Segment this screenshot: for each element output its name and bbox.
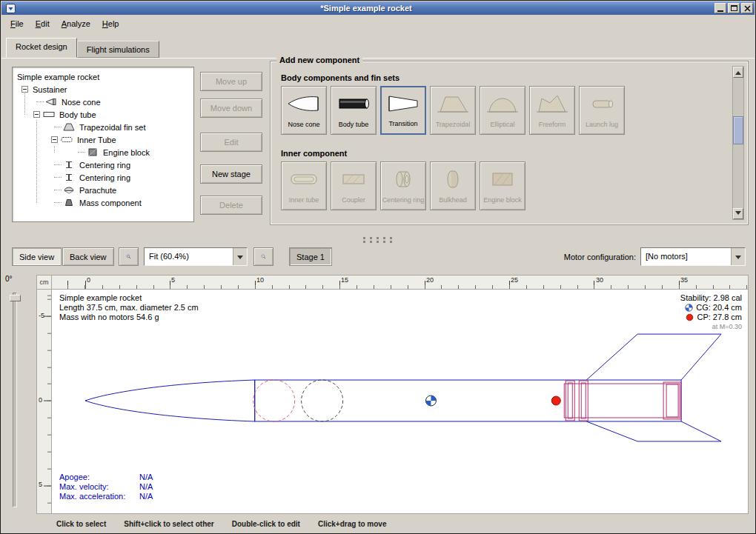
apogee-label: Apogee: <box>59 473 139 482</box>
parachute-outline[interactable] <box>253 380 295 421</box>
zoom-in-button[interactable] <box>119 247 139 266</box>
body-tube-button[interactable]: Body tube <box>331 86 377 135</box>
scroll-down-button[interactable] <box>733 208 743 219</box>
apogee-value: N/A <box>139 473 153 482</box>
component-tree[interactable]: Simple example rocket Sustainer Nose con… <box>12 67 194 222</box>
mass-component-icon <box>63 198 75 207</box>
back-view-button[interactable]: Back view <box>62 247 114 266</box>
max-velocity-value: N/A <box>139 482 153 492</box>
rotation-slider-handle[interactable] <box>10 295 21 301</box>
expander-icon[interactable] <box>33 111 40 118</box>
scroll-up-icon <box>735 68 741 75</box>
fin-set-icon <box>63 123 75 131</box>
maximize-button[interactable] <box>728 3 740 13</box>
window-menu-icon[interactable] <box>5 3 16 13</box>
motor-configuration-combo[interactable]: [No motors] <box>640 247 746 266</box>
tree-item-inner-tube[interactable]: Inner Tube <box>13 133 193 146</box>
centering-ring-button: Centering ring <box>380 161 426 210</box>
ruler-unit-label: cm <box>36 275 52 290</box>
tree-item-engine-block[interactable]: Engine block <box>13 146 193 158</box>
engine-block-button: Engine block <box>480 161 525 210</box>
rotation-slider[interactable] <box>13 293 17 507</box>
close-icon <box>744 5 751 12</box>
combo-arrow-button[interactable] <box>731 248 745 265</box>
scrollbar-thumb[interactable] <box>733 116 743 144</box>
fin-upper[interactable] <box>586 334 721 380</box>
elliptical-fin-button: Elliptical <box>480 86 525 135</box>
expander-icon[interactable] <box>21 86 28 93</box>
zoom-combo[interactable]: Fit (60.4%) <box>144 247 248 266</box>
view-toolbar: Side view Back view Fit (60.4%) Stage 1 … <box>1 246 755 268</box>
rocket-drawing[interactable] <box>52 290 748 513</box>
hint-click-drag: Click+drag to move <box>318 520 387 528</box>
inner-tube-icon <box>287 164 321 193</box>
minimize-button[interactable] <box>714 3 726 13</box>
nose-cone-button[interactable]: Nose cone <box>281 86 327 135</box>
palette-scrollbar[interactable] <box>732 66 744 220</box>
tree-item-sustainer[interactable]: Sustainer <box>13 83 193 96</box>
tree-item-body-tube[interactable]: Body tube <box>13 108 193 121</box>
tree-actions: Move up Move down Edit New stage Delete <box>200 72 262 220</box>
max-acceleration-label: Max. acceleration: <box>59 492 139 501</box>
zoom-out-icon <box>261 250 266 263</box>
trapezoidal-fin-button: Trapezoidal <box>430 86 476 135</box>
flight-data: Apogee: N/A Max. velocity: N/A Max. acce… <box>59 473 153 501</box>
engine-block-icon <box>485 164 520 193</box>
tree-item-nose-cone[interactable]: Nose cone <box>13 96 193 108</box>
tree-item-centering-ring-1[interactable]: Centering ring <box>13 158 193 171</box>
cp-symbol-icon <box>686 313 694 321</box>
inner-tube-button: Inner tube <box>281 161 327 210</box>
zoom-in-icon <box>126 250 131 263</box>
scrollbar-track[interactable] <box>733 78 743 208</box>
inner-component-label: Inner component <box>281 149 347 158</box>
body-tube-icon <box>43 110 55 119</box>
centering-ring-icon <box>63 161 75 169</box>
menu-analyze[interactable]: Analyze <box>56 17 96 30</box>
combo-arrow-icon <box>237 256 243 262</box>
side-view-button[interactable]: Side view <box>12 247 62 266</box>
tree-item-fin-set[interactable]: Trapezoidal fin set <box>13 121 193 133</box>
hint-double-click: Double-click to edit <box>232 520 300 528</box>
menu-file[interactable]: File <box>4 17 30 30</box>
centering-ring-icon <box>63 173 75 181</box>
hint-shift-click: Shift+click to select other <box>124 520 213 528</box>
body-tube-icon <box>336 89 371 118</box>
stage-1-button[interactable]: Stage 1 <box>289 247 332 266</box>
freeform-fin-icon <box>535 89 569 118</box>
inner-tube-outline[interactable] <box>564 381 681 421</box>
horizontal-splitter[interactable] <box>1 236 755 246</box>
motor-configuration-label: Motor configuration: <box>564 253 636 261</box>
zoom-out-button[interactable] <box>253 247 273 266</box>
tab-flight-simulations[interactable]: Flight simulations <box>77 41 159 58</box>
combo-arrow-icon <box>735 256 741 262</box>
fin-lower[interactable] <box>586 421 721 441</box>
mass-component-outline[interactable] <box>302 380 343 421</box>
expander-icon[interactable] <box>51 136 58 143</box>
menu-edit[interactable]: Edit <box>30 17 56 30</box>
hint-click-select: Click to select <box>56 520 106 528</box>
transition-icon <box>386 90 420 117</box>
parachute-icon <box>63 186 75 194</box>
combo-arrow-button[interactable] <box>233 248 247 265</box>
tree-item-rocket[interactable]: Simple example rocket <box>13 70 193 83</box>
inner-component-buttons: Inner tube Coupler Centering ring <box>281 161 525 210</box>
close-button[interactable] <box>741 3 753 13</box>
tree-item-mass-component[interactable]: Mass component <box>13 196 193 209</box>
tree-item-parachute[interactable]: Parachute <box>13 184 193 196</box>
freeform-fin-button: Freeform <box>529 86 575 135</box>
title-bar[interactable]: *Simple example rocket <box>1 1 755 15</box>
transition-button[interactable]: Transition <box>380 86 426 135</box>
new-stage-button[interactable]: New stage <box>200 164 262 184</box>
cp-marker <box>551 396 560 405</box>
edit-button: Edit <box>200 133 262 152</box>
menu-help[interactable]: Help <box>96 17 125 30</box>
rocket-canvas[interactable]: Simple example rocket Length 37.5 cm, ma… <box>51 289 749 514</box>
tree-item-centering-ring-2[interactable]: Centering ring <box>13 171 193 184</box>
nose-cone-icon <box>287 89 321 118</box>
mach-condition: at M=0.30 <box>680 322 742 332</box>
nose-cone-icon <box>45 98 57 106</box>
tab-rocket-design[interactable]: Rocket design <box>6 38 77 58</box>
scroll-up-button[interactable] <box>733 67 743 78</box>
rocket-view-area: 0° cm 0 5 10 15 20 25 30 35 -5 0 5 <box>1 270 755 515</box>
max-acceleration-value: N/A <box>139 492 153 501</box>
